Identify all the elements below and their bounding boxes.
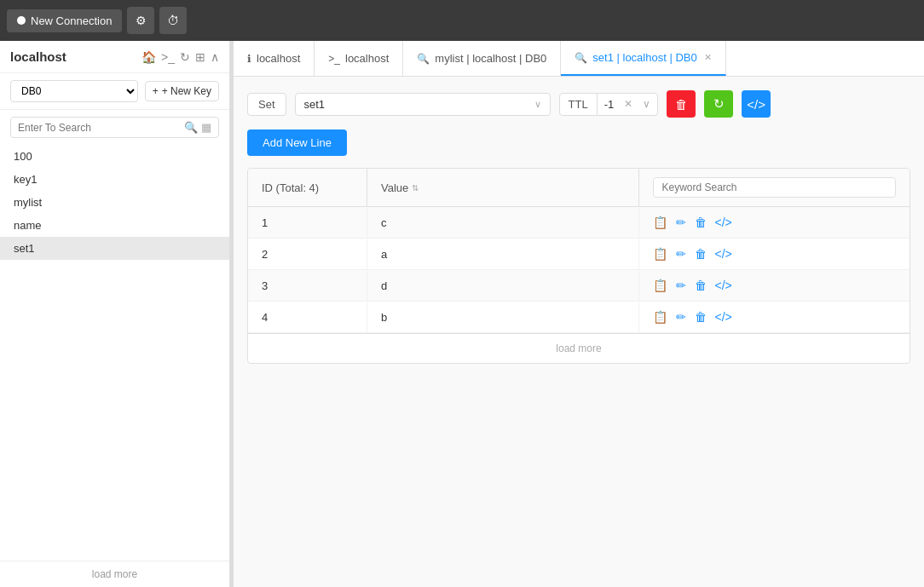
trash-icon: 🗑 (675, 97, 688, 112)
db-selector[interactable]: DB0 DB1 DB2 (10, 80, 138, 102)
sidebar-header: localhost 🏠 >_ ↻ ⊞ ∧ (0, 41, 229, 73)
row-value: a (367, 239, 639, 269)
table-row: 1 c 📋 ✏ 🗑 </> (248, 207, 910, 239)
terminal-tab-icon: >_ (328, 53, 340, 65)
sidebar-load-more[interactable]: load more (0, 561, 229, 587)
terminal-icon[interactable]: >_ (161, 50, 175, 64)
chevron-down-icon: ∨ (534, 99, 541, 110)
edit-icon[interactable]: ✏ (676, 216, 686, 229)
tab-localhost-terminal[interactable]: >_ localhost (315, 41, 403, 76)
table-row: 3 d 📋 ✏ 🗑 </> (248, 270, 910, 302)
ttl-group: TTL -1 ✕ ∨ (559, 93, 659, 116)
new-key-plus: + (153, 85, 159, 97)
clock-icon: ⏱ (167, 14, 179, 27)
sidebar-controls: DB0 DB1 DB2 + + New Key (0, 73, 229, 110)
tab-set1-close[interactable]: ✕ (704, 52, 712, 63)
top-bar: New Connection ⚙ ⏱ (0, 0, 924, 41)
list-item[interactable]: key1 (0, 168, 229, 191)
settings-button[interactable]: ⚙ (127, 7, 154, 34)
action-column-header (639, 169, 910, 206)
tab-set1[interactable]: 🔍 set1 | localhost | DB0 ✕ (561, 41, 725, 76)
table-row: 4 b 📋 ✏ 🗑 </> (248, 302, 910, 333)
key-toolbar: Set set1 ∨ TTL -1 ✕ ∨ 🗑 ↻ (247, 90, 910, 118)
search-tab-icon-set1: 🔍 (575, 52, 587, 64)
delete-row-icon[interactable]: 🗑 (695, 247, 707, 261)
tab-localhost-info[interactable]: ℹ localhost (234, 41, 315, 76)
row-id: 1 (248, 208, 367, 238)
code-row-icon[interactable]: </> (715, 216, 732, 229)
sidebar-title: localhost (10, 49, 66, 64)
clock-button[interactable]: ⏱ (159, 7, 187, 34)
ttl-expand-icon[interactable]: ∨ (636, 94, 657, 114)
row-id: 2 (248, 239, 367, 269)
ttl-label: TTL (560, 94, 598, 115)
edit-icon[interactable]: ✏ (676, 247, 686, 261)
new-connection-button[interactable]: New Connection (7, 9, 122, 32)
ttl-value: -1 (598, 94, 621, 115)
new-connection-label: New Connection (31, 14, 112, 27)
row-actions: 📋 ✏ 🗑 </> (639, 239, 910, 269)
tab-mylist[interactable]: 🔍 mylist | localhost | DB0 (403, 41, 561, 76)
tab-set1-label: set1 | localhost | DB0 (592, 51, 696, 64)
code-row-icon[interactable]: </> (715, 247, 732, 261)
key-list: 100 key1 mylist name set1 (0, 145, 229, 561)
search-tab-icon-mylist: 🔍 (417, 53, 430, 65)
value-column-header: Value ⇅ (367, 169, 639, 206)
home-icon[interactable]: 🏠 (141, 50, 156, 64)
delete-row-icon[interactable]: 🗑 (695, 216, 707, 229)
list-item-set1[interactable]: set1 (0, 237, 229, 260)
delete-key-button[interactable]: 🗑 (667, 90, 696, 118)
tab-localhost-terminal-label: localhost (345, 52, 389, 65)
view-toggle-icon[interactable]: ▦ (201, 121, 211, 134)
refresh-key-icon: ↻ (713, 96, 725, 112)
code-row-icon[interactable]: </> (715, 310, 732, 324)
refresh-icon[interactable]: ↻ (180, 50, 190, 64)
row-value: b (367, 302, 639, 332)
sort-icon[interactable]: ⇅ (412, 183, 419, 193)
copy-icon[interactable]: 📋 (653, 279, 667, 292)
table-load-more[interactable]: load more (248, 333, 910, 363)
refresh-key-button[interactable]: ↻ (704, 90, 733, 118)
table-row: 2 a 📋 ✏ 🗑 </> (248, 239, 910, 270)
key-name-value: set1 (304, 98, 326, 111)
content-body: Set set1 ∨ TTL -1 ✕ ∨ 🗑 ↻ (234, 77, 924, 587)
row-value: c (367, 208, 639, 238)
list-item[interactable]: mylist (0, 191, 229, 214)
add-new-line-button[interactable]: Add New Line (247, 129, 347, 156)
new-key-button[interactable]: + + New Key (145, 81, 219, 101)
sidebar-icons: 🏠 >_ ↻ ⊞ ∧ (141, 50, 219, 64)
row-id: 4 (248, 302, 367, 332)
code-row-icon[interactable]: </> (715, 279, 732, 292)
search-bar: 🔍 ▦ (10, 117, 219, 138)
sidebar: localhost 🏠 >_ ↻ ⊞ ∧ DB0 DB1 DB2 + + New… (0, 41, 230, 587)
info-icon: ℹ (247, 53, 251, 65)
search-input[interactable] (18, 122, 184, 134)
copy-icon[interactable]: 📋 (653, 310, 667, 324)
edit-icon[interactable]: ✏ (676, 279, 686, 292)
main-layout: localhost 🏠 >_ ↻ ⊞ ∧ DB0 DB1 DB2 + + New… (0, 41, 924, 587)
list-item[interactable]: name (0, 214, 229, 237)
row-id: 3 (248, 271, 367, 301)
ttl-clear-button[interactable]: ✕ (621, 94, 636, 114)
delete-row-icon[interactable]: 🗑 (695, 310, 707, 324)
edit-icon[interactable]: ✏ (676, 310, 686, 324)
row-actions: 📋 ✏ 🗑 </> (639, 302, 910, 332)
settings-icon: ⚙ (136, 14, 147, 27)
keyword-search-input[interactable] (653, 177, 897, 198)
tab-mylist-label: mylist | localhost | DB0 (435, 52, 546, 65)
collapse-icon[interactable]: ∧ (211, 50, 219, 64)
copy-icon[interactable]: 📋 (653, 216, 667, 229)
delete-row-icon[interactable]: 🗑 (695, 279, 707, 292)
search-icon: 🔍 (184, 121, 198, 134)
content-area: ℹ localhost >_ localhost 🔍 mylist | loca… (234, 41, 924, 587)
row-value: d (367, 271, 639, 301)
code-view-button[interactable]: </> (742, 90, 771, 118)
copy-icon[interactable]: 📋 (653, 247, 667, 261)
list-item[interactable]: 100 (0, 145, 229, 168)
row-actions: 📋 ✏ 🗑 </> (639, 270, 910, 301)
data-table: ID (Total: 4) Value ⇅ 1 c 📋 (247, 168, 910, 364)
code-icon: </> (747, 97, 765, 112)
key-name-selector[interactable]: set1 ∨ (295, 93, 551, 116)
key-type-label: Set (247, 93, 286, 116)
grid-icon[interactable]: ⊞ (195, 50, 205, 64)
